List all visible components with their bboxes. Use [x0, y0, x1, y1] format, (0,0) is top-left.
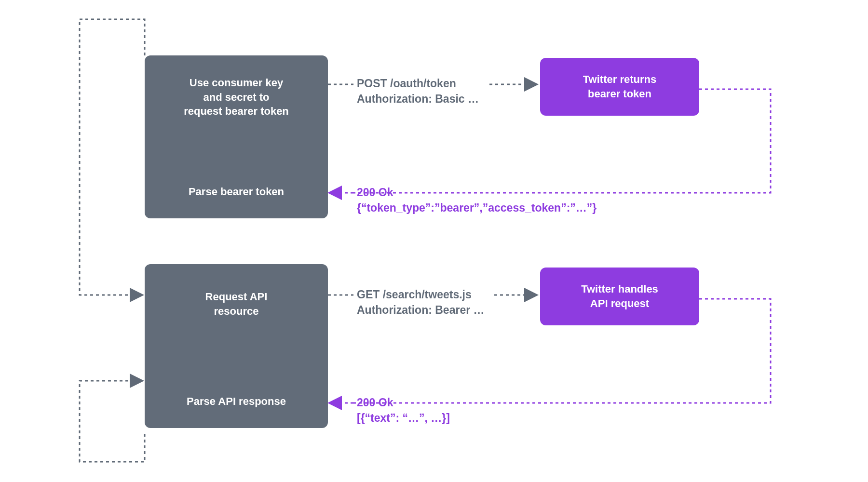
server-api-text: Twitter handlesAPI request [571, 282, 668, 310]
response-2-line1: 200 Ok [357, 395, 393, 410]
server-api-box: Twitter handlesAPI request [540, 268, 699, 325]
client-api-request-text: Request APIresource [196, 290, 277, 318]
request-2-line2: Authorization: Bearer … [357, 303, 485, 318]
client-auth-box: Use consumer keyand secret torequest bea… [145, 55, 328, 218]
request-1-line2: Authorization: Basic … [357, 92, 479, 107]
diagram-canvas: Use consumer keyand secret torequest bea… [0, 0, 868, 482]
request-2-line1: GET /search/tweets.js [357, 287, 472, 302]
connectors-svg [0, 0, 868, 482]
client-api-box: Request APIresource Parse API response [145, 264, 328, 428]
server-token-box: Twitter returnsbearer token [540, 58, 699, 116]
response-2-line2: [{“text”: “…”, …}] [357, 411, 450, 426]
response-1-line1: 200 Ok [357, 185, 393, 200]
server-token-text: Twitter returnsbearer token [573, 72, 666, 101]
request-1-line1: POST /oauth/token [357, 76, 456, 91]
client-auth-parse-text: Parse bearer token [179, 185, 294, 199]
client-auth-request-text: Use consumer keyand secret torequest bea… [174, 76, 298, 119]
response-1-line2: {“token_type”:”bearer”,”access_token”:”…… [357, 201, 597, 215]
client-api-parse-text: Parse API response [177, 394, 296, 409]
